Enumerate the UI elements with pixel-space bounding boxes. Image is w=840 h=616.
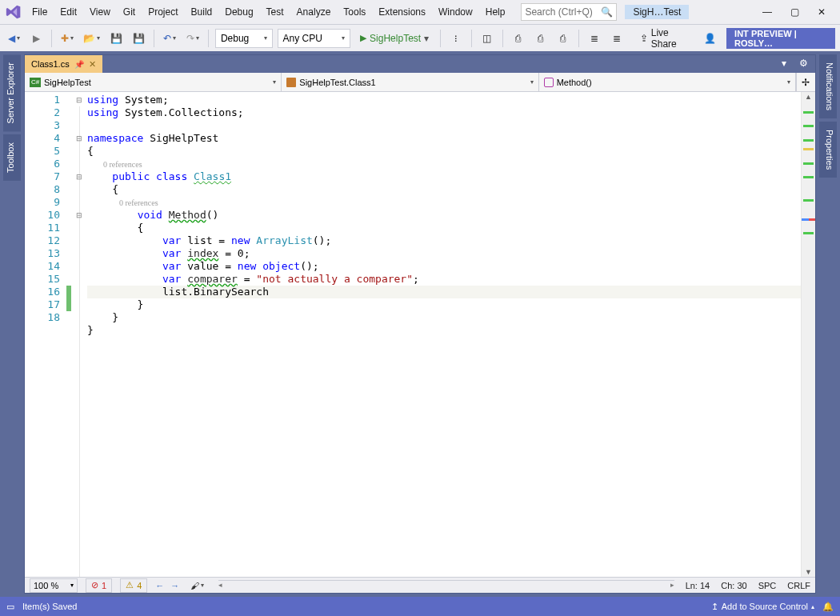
minimize-button[interactable]: ― [754, 2, 781, 22]
tab-settings-icon[interactable]: ⚙ [794, 54, 812, 73]
left-tool-wells: Server ExplorerToolbox [3, 54, 21, 594]
bell-icon[interactable]: 🔔 [822, 602, 834, 612]
menu-window[interactable]: Window [432, 3, 479, 21]
scroll-up-icon[interactable]: ▲ [802, 92, 815, 102]
status-bar: ▭ Item(s) Saved ↥ Add to Source Control … [0, 597, 840, 616]
code-editor[interactable]: using System;using System.Collections;na… [87, 92, 801, 577]
chevron-up-icon: ▴ [811, 603, 814, 610]
menu-build[interactable]: Build [185, 3, 219, 21]
solution-badge[interactable]: SigH…Test [625, 5, 689, 19]
search-input[interactable]: Search (Ctrl+Q) 🔍 [521, 3, 617, 21]
menu-project[interactable]: Project [142, 3, 184, 21]
tb-icon-3[interactable]: ⎙ [510, 29, 527, 48]
tb-icon-indent[interactable]: ≣ [586, 29, 603, 48]
well-toolbox[interactable]: Toolbox [3, 134, 21, 181]
menu-test[interactable]: Test [260, 3, 290, 21]
menu-edit[interactable]: Edit [54, 3, 83, 21]
document-area: Class1.cs 📌 ✕ ▾ ⚙ C# SigHelpTest ▾ SigHe… [24, 54, 816, 594]
fold-margin: ⊟⊟⊟⊟ [71, 92, 87, 577]
right-tool-wells: NotificationsProperties [819, 54, 837, 594]
nav-back-button[interactable]: ◀▾ [5, 29, 22, 48]
error-count-pill[interactable]: ⊘1 [86, 578, 112, 593]
indent-mode[interactable]: SPC [758, 581, 777, 590]
tb-icon-5[interactable]: ⎙ [554, 29, 572, 48]
preview-banner[interactable]: INT PREVIEW | ROSLY… [726, 28, 835, 49]
line-ending[interactable]: CRLF [787, 581, 810, 590]
nav-member-label: Method() [557, 78, 592, 87]
tb-icon-1[interactable]: ⫶ [447, 29, 465, 48]
line-number-gutter: 123456789101112131415161718 [25, 92, 66, 577]
tab-corner-controls: ▾ ⚙ [772, 54, 815, 73]
window-controls: ― ▢ ✕ [754, 2, 835, 22]
open-button[interactable]: 📂▾ [81, 29, 102, 48]
source-control-label: Add to Source Control [722, 602, 808, 611]
share-icon: ⇪ [640, 33, 648, 44]
nav-bar: C# SigHelpTest ▾ SigHelpTest.Class1 ▾ Me… [25, 73, 815, 92]
feedback-button[interactable]: 👤 [701, 29, 718, 48]
live-share-button[interactable]: ⇪ Live Share [635, 27, 696, 50]
active-files-dropdown[interactable]: ▾ [775, 54, 793, 73]
prev-issue-button[interactable]: ← [155, 581, 164, 590]
menu-debug[interactable]: Debug [218, 3, 259, 21]
menu-bar: FileEditViewGitProjectBuildDebugTestAnal… [0, 0, 840, 24]
well-notifications[interactable]: Notifications [819, 54, 837, 118]
error-icon: ⊘ [91, 580, 98, 590]
platform-dropdown[interactable]: Any CPU▾ [278, 29, 351, 48]
nav-project-dropdown[interactable]: C# SigHelpTest ▾ [25, 73, 282, 91]
undo-button[interactable]: ↶▾ [161, 29, 178, 48]
close-tab-icon[interactable]: ✕ [89, 59, 96, 70]
start-debug-button[interactable]: ▶SigHelpTest▾ [355, 29, 434, 48]
tb-icon-2[interactable]: ◫ [478, 29, 496, 48]
redo-button[interactable]: ↷▾ [184, 29, 202, 48]
scroll-down-icon[interactable]: ▼ [802, 567, 815, 577]
menu-extensions[interactable]: Extensions [372, 3, 432, 21]
warning-icon: ⚠ [126, 580, 134, 590]
source-control-button[interactable]: ↥ Add to Source Control ▴ [711, 602, 814, 612]
warning-count-pill[interactable]: ⚠4 [120, 578, 147, 593]
well-server-explorer[interactable]: Server Explorer [3, 54, 21, 131]
fold-toggle[interactable]: ⊟ [71, 94, 87, 106]
tb-icon-4[interactable]: ⎙ [532, 29, 550, 48]
nav-member-dropdown[interactable]: Method() ▾ [539, 73, 796, 91]
save-all-button[interactable]: 💾 [130, 29, 147, 48]
zoom-dropdown[interactable]: 100 %▾ [30, 578, 78, 593]
pin-icon[interactable]: 📌 [74, 60, 84, 69]
nav-project-label: SigHelpTest [44, 78, 91, 87]
new-project-button[interactable]: ✚▾ [58, 29, 76, 48]
class-icon [286, 78, 296, 87]
platform-value: Any CPU [283, 33, 322, 44]
brush-dropdown[interactable]: 🖌▾ [187, 576, 207, 595]
fold-toggle[interactable]: ⊟ [71, 170, 87, 183]
menu-file[interactable]: File [26, 3, 54, 21]
status-message: Item(s) Saved [22, 602, 77, 611]
vertical-scrollbar[interactable]: ▲ ▼ [801, 92, 815, 577]
fold-toggle[interactable]: ⊟ [71, 132, 87, 145]
method-icon [544, 78, 554, 87]
maximize-button[interactable]: ▢ [781, 2, 808, 22]
next-issue-button[interactable]: → [170, 581, 179, 590]
vs-logo-icon [5, 3, 22, 21]
zoom-value: 100 % [34, 581, 58, 590]
tb-icon-outdent[interactable]: ≣ [608, 29, 626, 48]
config-dropdown[interactable]: Debug▾ [215, 29, 273, 48]
nav-class-dropdown[interactable]: SigHelpTest.Class1 ▾ [282, 73, 538, 91]
save-button[interactable]: 💾 [107, 29, 125, 48]
csharp-icon: C# [30, 78, 41, 87]
menu-analyze[interactable]: Analyze [290, 3, 338, 21]
nav-fwd-button[interactable]: ▶ [27, 29, 45, 48]
menu-help[interactable]: Help [479, 3, 512, 21]
menu-view[interactable]: View [83, 3, 117, 21]
menu-items: FileEditViewGitProjectBuildDebugTestAnal… [26, 3, 511, 21]
document-tab-active[interactable]: Class1.cs 📌 ✕ [25, 55, 102, 73]
editor-footer: 100 %▾ ⊘1 ⚠4 ← → 🖌▾ ◂ ▸ Ln: 14 Ch: 30 SP… [25, 577, 815, 593]
split-view-button[interactable]: ✢ [796, 73, 815, 91]
menu-git[interactable]: Git [117, 3, 142, 21]
upload-icon: ↥ [711, 602, 718, 612]
well-properties[interactable]: Properties [819, 122, 837, 178]
menu-tools[interactable]: Tools [337, 3, 372, 21]
close-button[interactable]: ✕ [808, 2, 835, 22]
warning-count: 4 [137, 581, 142, 590]
fold-toggle[interactable]: ⊟ [71, 209, 87, 222]
error-count: 1 [102, 581, 106, 590]
nav-class-label: SigHelpTest.Class1 [299, 78, 375, 87]
